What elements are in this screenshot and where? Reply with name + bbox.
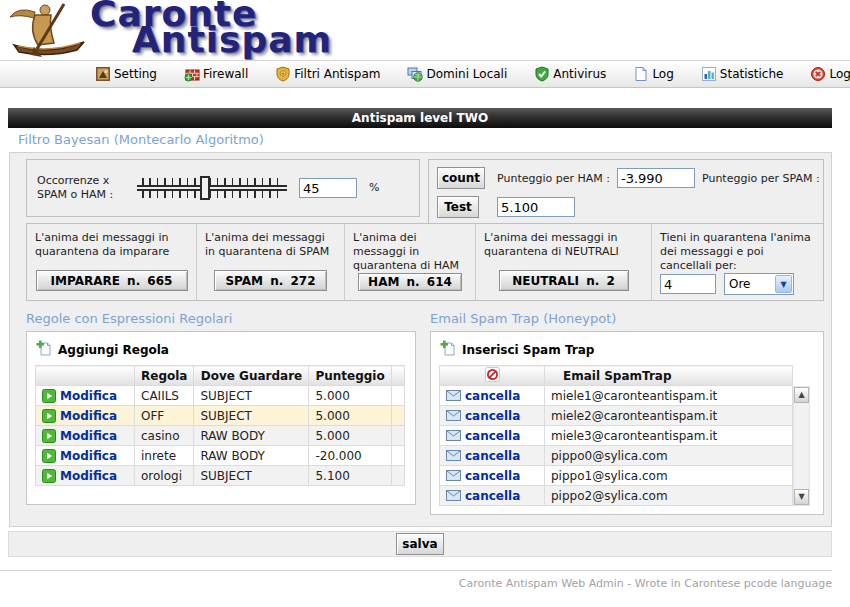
rules-header-punteggio: Punteggio [309, 366, 391, 386]
footer-divider [0, 570, 832, 571]
spamtrap-email: miele2@caronteantispam.it [545, 406, 793, 426]
cancella-link[interactable]: cancella [446, 409, 538, 423]
save-button[interactable]: salva [396, 533, 444, 555]
modifica-link[interactable]: Modifica [42, 409, 128, 423]
slider-thumb[interactable] [200, 176, 210, 200]
rule-regola: OFF [135, 406, 194, 426]
rule-dove: RAW BODY [194, 446, 309, 466]
add-page-icon [440, 340, 456, 359]
nav-item-log[interactable]: Log [633, 66, 673, 82]
envelope-icon [446, 470, 461, 481]
add-spamtrap-button[interactable]: Inserisci Spam Trap [439, 337, 815, 365]
quarantine-label: L'anima dei messaggi in quarantena di HA… [353, 231, 467, 273]
rule-regola: orologi [135, 466, 194, 486]
imparare-button[interactable]: IMPARARE n. 665 [36, 270, 188, 291]
tables-row: Regole con Espressioni Regolari Aggiungi… [26, 311, 824, 515]
nav-item-statistiche[interactable]: Statistiche [701, 66, 784, 82]
spamtrap-box: Inserisci Spam Trap Email SpamTrap can [430, 331, 824, 515]
rule-dove: SUBJECT [194, 466, 309, 486]
spamtrap-table-wrap: Email SpamTrap cancella miele1@carontean… [439, 365, 815, 506]
quarantine-cell-spam: L'anima dei messaggi in quarantena di SP… [197, 224, 345, 300]
local-domains-icon [407, 66, 423, 82]
add-page-icon [36, 340, 52, 359]
nav-item-domini-locali[interactable]: Domini Locali [407, 66, 507, 82]
keep-unit-value: Ore [725, 277, 751, 291]
rule-punteggio: 5.000 [309, 386, 391, 406]
log-icon [633, 66, 649, 82]
nav-item-antivirus[interactable]: Antivirus [534, 66, 606, 82]
spam-score-input[interactable] [497, 197, 575, 217]
percent-input[interactable] [299, 178, 357, 198]
spamtrap-scrollbar[interactable]: ▲ ▼ [793, 386, 810, 506]
neutrali-button[interactable]: NEUTRALI n. 2 [499, 270, 629, 291]
nav-item-setting[interactable]: Setting [95, 66, 157, 82]
nav-item-firewall[interactable]: Firewall [184, 66, 248, 82]
nav-item-filtri-antispam[interactable]: Filtri Antispam [275, 66, 380, 82]
test-button[interactable]: Test [437, 196, 479, 218]
nav-item-label: Logout [829, 67, 850, 81]
antispam-level-banner: Antispam level TWO [8, 108, 832, 128]
occurrence-slider[interactable] [137, 175, 287, 201]
add-spamtrap-label: Inserisci Spam Trap [462, 343, 594, 357]
keep-duration-input[interactable] [660, 274, 716, 294]
cancella-link[interactable]: cancella [446, 429, 538, 443]
caronte-ferryman-logo-icon [4, 1, 92, 63]
prohibition-icon [485, 367, 500, 382]
add-rule-label: Aggiungi Regola [58, 343, 169, 357]
modifica-link[interactable]: Modifica [42, 469, 128, 483]
count-button[interactable]: count [437, 167, 485, 189]
rule-punteggio: 5.000 [309, 426, 391, 446]
envelope-icon [446, 450, 461, 461]
list-item: cancella miele1@caronteantispam.it [440, 386, 793, 406]
table-row-highlighted: Modifica OFF SUBJECT 5.000 [36, 406, 405, 426]
slider-ticks-bottom [142, 189, 282, 198]
scroll-up-icon[interactable]: ▲ [794, 387, 809, 403]
rules-box: Aggiungi Regola Regola Dove Guardare Pun… [26, 331, 416, 505]
chevron-down-icon: ▼ [775, 275, 792, 293]
envelope-icon [446, 490, 461, 501]
score-box: count Punteggio per HAM : Punteggio per … [428, 159, 824, 229]
spamtrap-heading: Email Spam Trap (Honeypot) [430, 311, 824, 326]
list-item: cancella pippo0@sylica.com [440, 446, 793, 466]
setting-icon [95, 66, 111, 82]
add-rule-button[interactable]: Aggiungi Regola [35, 337, 407, 365]
cancella-link[interactable]: cancella [446, 489, 538, 503]
rule-dove: SUBJECT [194, 406, 309, 426]
rules-header-action [36, 366, 135, 386]
rule-punteggio: -20.000 [309, 446, 391, 466]
bayes-panel: Occorrenze x SPAM o HAM : % count Punteg… [9, 152, 832, 527]
spam-score-row [497, 197, 820, 217]
spam-button[interactable]: SPAM n. 272 [214, 270, 327, 291]
cancella-link[interactable]: cancella [446, 389, 538, 403]
ham-button[interactable]: HAM n. 614 [358, 273, 462, 291]
quarantine-label: L'anima dei messaggi in quarantena di SP… [205, 231, 336, 259]
nav-item-label: Statistiche [720, 67, 784, 81]
cancella-link[interactable]: cancella [446, 449, 538, 463]
occurrence-label: Occorrenze x SPAM o HAM : [37, 174, 125, 202]
rules-header-dove: Dove Guardare [194, 366, 309, 386]
ham-score-input[interactable] [617, 168, 695, 188]
spamtrap-table: Email SpamTrap cancella miele1@carontean… [439, 365, 793, 506]
ham-score-label: Punteggio per HAM : [497, 172, 610, 185]
table-row: Modifica CAIILS SUBJECT 5.000 [36, 386, 405, 406]
modifica-link[interactable]: Modifica [42, 429, 128, 443]
app-title-line2: Antispam [132, 26, 332, 54]
table-row: Modifica orologi SUBJECT 5.100 [36, 466, 405, 486]
nav-item-label: Setting [114, 67, 157, 81]
rules-heading: Regole con Espressioni Regolari [26, 311, 416, 326]
cancella-link[interactable]: cancella [446, 469, 538, 483]
modifica-link[interactable]: Modifica [42, 449, 128, 463]
quarantine-cell-imparare: L'anima dei messaggi in quarantena da im… [27, 224, 197, 300]
modifica-link[interactable]: Modifica [42, 389, 128, 403]
nav-item-logout[interactable]: Logout [810, 66, 850, 82]
spamtrap-header-row: Email SpamTrap [440, 366, 793, 386]
rule-regola: inrete [135, 446, 194, 466]
nav-item-label: Domini Locali [426, 67, 507, 81]
list-item: cancella miele2@caronteantispam.it [440, 406, 793, 426]
rule-dove: RAW BODY [194, 426, 309, 446]
nav-item-label: Antivirus [553, 67, 606, 81]
quarantine-label: L'anima dei messaggi in quarantena da im… [35, 231, 188, 259]
header: Caronte Antispam [0, 0, 850, 60]
keep-unit-select[interactable]: Ore ▼ [724, 273, 794, 295]
scroll-down-icon[interactable]: ▼ [794, 489, 809, 505]
